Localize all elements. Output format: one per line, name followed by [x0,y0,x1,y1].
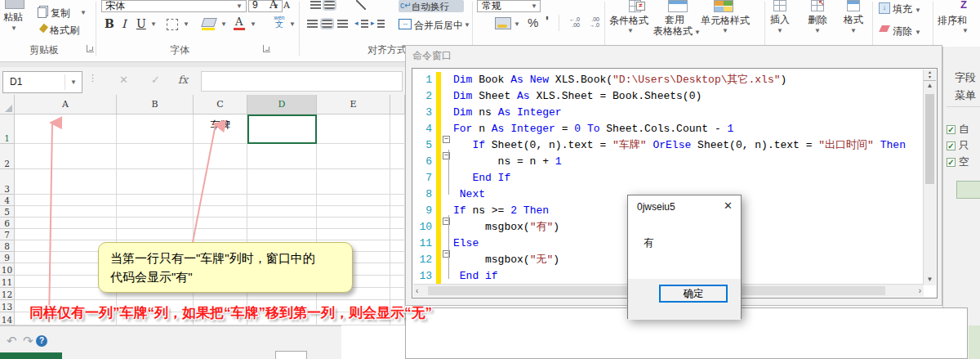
row-header-3[interactable]: 3 [0,169,15,195]
row-header-9[interactable]: 9 [0,252,15,263]
increase-decimal-icon[interactable]: ←.0.00 [565,16,580,28]
scroll-right-icon[interactable]: › [919,286,921,295]
column-header-D[interactable]: D [247,95,317,114]
percent-style-button[interactable]: % [528,16,538,29]
sheet-grid[interactable] [15,114,405,325]
formula-input[interactable] [201,71,403,92]
align-right-icon[interactable] [337,20,348,28]
panel-checkbox-3[interactable]: ✓空 [947,155,969,169]
font-size-select[interactable]: 9 ▼ [248,0,283,12]
vertical-scroll-thumb[interactable] [925,94,934,184]
enter-icon[interactable]: ✓ [151,74,160,86]
column-header-A[interactable]: A [15,95,117,114]
checkbox-checked-icon[interactable]: ✓ [947,158,956,167]
clear-button[interactable]: 清除▼ [893,25,921,38]
close-icon[interactable]: ✕ [724,200,733,212]
code-line-6[interactable]: 6 ns = n + 1 [412,154,935,170]
cell-styles-dropdown-icon[interactable]: ▼ [722,28,728,34]
row-header-4[interactable]: 4 [0,195,15,206]
row-header-10[interactable]: 10 [0,263,15,276]
panel-checkbox-2[interactable]: ✓只 [947,139,969,153]
code-line-7[interactable]: 7 End If [412,170,935,186]
format-as-table-button-line2[interactable]: 表格格式▼ [653,25,701,38]
phonetic-dropdown-icon[interactable]: ▼ [289,21,296,28]
orientation-icon[interactable] [356,0,366,10]
fill-color-icon[interactable] [201,18,217,27]
phonetic-guide-icon[interactable]: wén 文 [271,15,287,29]
decrease-indent-icon[interactable]: ◂ [356,20,368,28]
paste-button[interactable]: 粘贴 [3,11,23,25]
insert-button[interactable]: 插入 [770,13,790,27]
split-handle-icon[interactable]: ▴▾ [924,70,936,81]
code-line-2[interactable]: 2Dim Sheet As XLS.Sheet = Book.Sheets(0) [412,88,935,105]
checkbox-checked-icon[interactable]: ✓ [947,125,956,134]
row-header-11[interactable]: 11 [0,276,15,288]
scroll-left-icon[interactable]: ‹ [416,286,418,295]
conditional-format-dropdown-icon[interactable]: ▼ [627,28,634,34]
panel-green-button[interactable] [956,181,980,199]
borders-dropdown-icon[interactable]: ▼ [183,21,189,28]
delete-dropdown-icon[interactable]: ▼ [814,28,821,34]
font-color-dropdown-icon[interactable]: ▼ [250,21,256,28]
underline-dropdown-icon[interactable]: ▼ [150,21,157,28]
fill-button[interactable]: 填充▼ [893,2,921,16]
cancel-icon[interactable]: ✕ [119,74,128,86]
grow-font-button[interactable]: A [270,0,277,11]
row-header-2[interactable]: 2 [0,144,15,169]
checkbox-checked-icon[interactable]: ✓ [947,141,956,150]
row-header-5[interactable]: 5 [0,206,15,218]
clipboard-launcher-icon[interactable] [87,45,94,52]
column-header-B[interactable]: B [117,95,194,114]
sort-filter-button[interactable]: 排序和 [938,14,967,28]
decrease-decimal-icon[interactable]: .00→.0 [585,16,599,28]
column-header-partial[interactable] [390,95,405,114]
row-header-1[interactable]: 1 [0,114,15,144]
field-label[interactable]: 字段 [955,70,976,85]
cell-styles-button[interactable]: 单元格样式 [701,14,750,28]
font-name-select[interactable]: 宋体 ▼ [101,0,247,12]
menu-label[interactable]: 菜单 [955,88,976,103]
row-header-8[interactable]: 8 [0,240,15,252]
borders-icon[interactable] [167,19,178,30]
align-left-icon[interactable] [307,20,318,28]
sheet-tab-strip[interactable] [0,352,62,359]
insert-dropdown-icon[interactable]: ▼ [777,28,783,34]
format-button[interactable]: 格式 [844,13,863,27]
undo-icon[interactable]: ↶ [7,334,17,348]
ok-button[interactable]: 确定 [659,285,728,303]
code-line-3[interactable]: 3Dim ns As Integer [412,105,935,121]
merge-center-button[interactable]: 合并后居中 [414,19,463,33]
format-dropdown-icon[interactable]: ▼ [850,28,857,34]
row-header-6[interactable]: 6 [0,218,15,229]
help-icon[interactable]: ? [36,335,47,347]
comma-style-button[interactable]: ' [546,15,549,29]
font-launcher-icon[interactable] [263,45,270,52]
italic-button[interactable]: I [122,17,127,30]
merge-center-dropdown-icon[interactable]: ▼ [464,22,470,29]
increase-indent-icon[interactable]: ▸ [372,20,385,28]
scroll-down-icon[interactable]: ▼ [924,276,936,283]
select-all-corner[interactable] [0,95,15,114]
wrap-text-button[interactable]: c↵ 自动换行 [399,0,464,12]
shrink-font-button[interactable]: A [283,0,290,11]
column-header-E[interactable]: E [317,95,390,114]
align-middle-icon[interactable] [324,1,335,9]
scroll-up-icon[interactable]: ▲ [924,82,936,89]
align-center-icon[interactable] [322,20,332,28]
copy-button[interactable]: 复制 [51,7,70,20]
row-header-14[interactable]: 14 [0,312,15,325]
bold-button[interactable]: B [105,17,114,30]
format-painter-button[interactable]: 格式刷 [50,24,79,38]
insert-function-icon[interactable]: fx [178,74,188,86]
align-top-icon[interactable] [310,1,321,9]
row-header-12[interactable]: 12 [0,288,15,300]
sort-filter-dropdown-icon[interactable]: ▼ [962,28,969,34]
accounting-format-icon[interactable] [495,17,511,29]
delete-button[interactable]: 删除 [808,13,827,27]
row-header-7[interactable]: 7 [0,229,15,240]
panel-checkbox-1[interactable]: ✓自 [947,123,969,137]
underline-button[interactable]: U [136,17,146,30]
conditional-format-button[interactable]: 条件格式 [609,14,648,28]
vertical-scrollbar[interactable]: ▴▾ ▲ ▼ [923,70,936,285]
code-line-1[interactable]: 1Dim Book As New XLS.Book("D:\Users\Desk… [412,72,935,88]
